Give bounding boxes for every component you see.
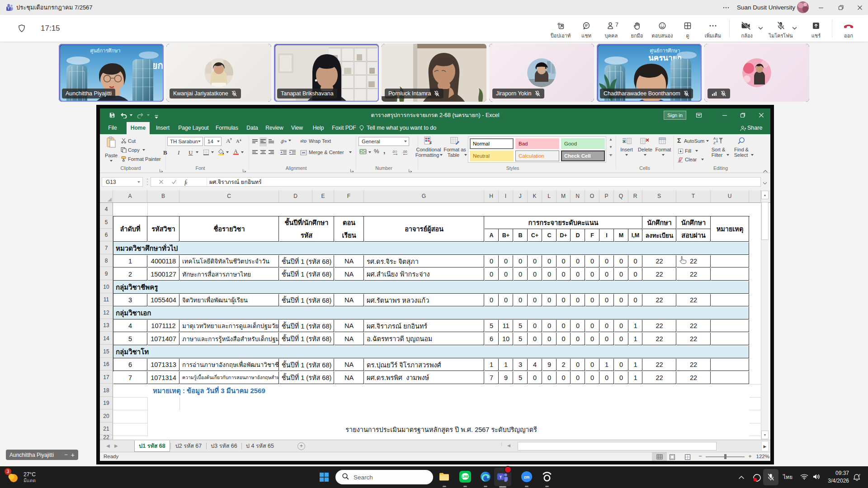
cell-r13-remark[interactable]: [711, 320, 749, 332]
cell-header-code[interactable]: รหัสวิชา: [148, 216, 179, 242]
cell-r9-grade-5[interactable]: 0: [557, 268, 571, 281]
column-header-G[interactable]: G: [364, 190, 484, 202]
new-sheet-icon[interactable]: +: [297, 442, 305, 450]
cell-r17-code[interactable]: 1071314: [148, 371, 179, 384]
cell-r11-grade-0[interactable]: 0: [485, 294, 499, 306]
row-header-7[interactable]: 7: [100, 242, 113, 254]
cell-header-remark[interactable]: หมายเหตุ: [711, 216, 749, 242]
row-header-5[interactable]: 5: [100, 216, 113, 229]
gallery-down-icon[interactable]: ▼: [608, 145, 613, 152]
hscroll-left-icon[interactable]: ◀: [507, 443, 513, 450]
scroll-down-icon[interactable]: ▼: [761, 431, 769, 439]
cell-r13-registered[interactable]: 22: [643, 320, 676, 332]
cell-r13-year[interactable]: ชั้นปีที่ 1 (รหัส 68): [279, 320, 334, 332]
increase-indent-icon[interactable]: [289, 149, 296, 157]
font-color-button[interactable]: A: [232, 148, 240, 157]
tray-clock[interactable]: 09:373/4/2026: [826, 469, 849, 485]
chevron-down-icon[interactable]: [792, 25, 797, 33]
cell-header-grade-F[interactable]: F: [585, 229, 599, 242]
close-button[interactable]: [852, 0, 868, 15]
name-box[interactable]: G13: [102, 177, 143, 187]
participant-tile[interactable]: ศูนย์การศึกษา นครนายก Chadtharawadee Boo…: [597, 44, 702, 102]
cell-r16-grade-5[interactable]: 2: [557, 359, 571, 371]
cell-r13-grade-3[interactable]: 0: [528, 320, 542, 332]
tray-wifi-icon[interactable]: [800, 474, 808, 482]
cell-r16-registered[interactable]: 22: [643, 359, 676, 371]
cell-r14-course[interactable]: ภาษาและการรู้หนังสือสำหรับเด็กปฐม: [180, 333, 279, 345]
cell-r9-grade-7[interactable]: 0: [585, 268, 599, 281]
cell-r8-sec[interactable]: NA: [335, 255, 364, 267]
cell-r11-grade-4[interactable]: 0: [542, 294, 557, 306]
cell-r17-grade-8[interactable]: 0: [600, 371, 614, 384]
column-header-T[interactable]: T: [676, 190, 711, 202]
toolbar-button-leave[interactable]: ออก: [836, 17, 861, 40]
column-header-B[interactable]: B: [147, 190, 179, 202]
cell-r17-year[interactable]: ชั้นปีที่ 1 (รหัส 68): [279, 371, 334, 384]
cell-r16-instructor[interactable]: ดร.ปุณยวีร์ จิโรภาสวรพงศ์: [364, 359, 484, 371]
insert-function-icon[interactable]: fx: [184, 178, 187, 186]
cell-r16-grade-3[interactable]: 4: [528, 359, 542, 371]
cell-r14-grade-6[interactable]: 0: [571, 333, 585, 345]
cell-header-course[interactable]: ชื่อรายวิชา: [180, 216, 279, 242]
cell-r17-grade-9[interactable]: 0: [614, 371, 628, 384]
menu-tab-insert[interactable]: Insert: [151, 122, 175, 134]
cell-r8-grade-10[interactable]: 0: [629, 255, 642, 267]
cell-r14-registered[interactable]: 22: [643, 333, 676, 345]
percent-button[interactable]: %: [374, 148, 379, 155]
cell-r17-course[interactable]: ความรู้เบื้องต้นเกี่ยวกับการสอนภาษาอังกฤ…: [180, 371, 279, 384]
cell-r9-grade-4[interactable]: 0: [542, 268, 557, 281]
cell-r9-registered[interactable]: 22: [643, 268, 676, 281]
account-avatar[interactable]: [797, 1, 809, 13]
cell-r14-year[interactable]: ชั้นปีที่ 1 (รหัส 68): [279, 333, 334, 345]
cell-header-grade-B+[interactable]: B+: [499, 229, 513, 242]
cell-header-no[interactable]: ลำดับที่: [113, 216, 147, 242]
cell-r8-grade-0[interactable]: 0: [485, 255, 499, 267]
hscroll-right-icon[interactable]: ▶: [761, 441, 769, 451]
row-header-15[interactable]: 15: [100, 345, 113, 358]
cell-header-grade-B[interactable]: B: [514, 229, 528, 242]
italic-button[interactable]: I: [178, 148, 182, 155]
taskbar-app-teams[interactable]: T: [494, 468, 511, 486]
excel-restore-button[interactable]: [734, 108, 752, 122]
cell-r16-remark[interactable]: [711, 359, 749, 371]
cell-header-passed1[interactable]: นักศึกษา: [677, 216, 711, 229]
cell-r8-registered[interactable]: 22: [643, 255, 676, 267]
cell-r9-remark[interactable]: [711, 268, 749, 281]
cell-r9-code[interactable]: 1500127: [148, 268, 179, 281]
cell-r9-grade-0[interactable]: 0: [485, 268, 499, 281]
participant-tile[interactable]: Kwanjai Jariyatatkone: [166, 44, 271, 102]
cell-r14-grade-0[interactable]: 6: [485, 333, 499, 345]
align-right-icon[interactable]: [268, 149, 274, 157]
column-header-C[interactable]: C: [179, 190, 279, 202]
cell-section-row-7[interactable]: หมวดวิชาศึกษาทั่วไป: [113, 242, 749, 255]
taskbar-app-line[interactable]: LINE: [459, 471, 471, 483]
cell-r17-registered[interactable]: 22: [643, 371, 676, 384]
cell-r13-code[interactable]: 1071112: [148, 320, 179, 332]
column-header-L[interactable]: L: [542, 190, 557, 202]
cell-r13-no[interactable]: 4: [113, 320, 147, 332]
cell-header-grade-M[interactable]: M: [614, 229, 628, 242]
row-header-14[interactable]: 14: [100, 332, 113, 345]
row-header-19[interactable]: 19: [100, 397, 113, 409]
cell-header-grade-C[interactable]: C: [542, 229, 557, 242]
cell-header-grade-D+[interactable]: D+: [557, 229, 571, 242]
cell-r13-grade-4[interactable]: 0: [542, 320, 557, 332]
cell-header-passed2[interactable]: สอบผ่าน: [677, 229, 711, 242]
tray-chevron-icon[interactable]: [738, 474, 745, 482]
toolbar-button-more[interactable]: เพิ่มเติม: [700, 17, 726, 40]
column-header-E[interactable]: E: [312, 190, 334, 202]
vertical-scrollbar[interactable]: ▲▼: [761, 190, 769, 440]
maximize-button[interactable]: [832, 0, 850, 15]
cell-r17-grade-7[interactable]: 0: [585, 371, 599, 384]
orientation-icon[interactable]: ab: [280, 137, 287, 145]
clear-icon[interactable]: [677, 156, 684, 164]
sheet-tab-2[interactable]: ป2 รหัส 67: [171, 441, 206, 452]
view-normal-icon[interactable]: [652, 452, 667, 461]
cell-r14-code[interactable]: 1071407: [148, 333, 179, 345]
align-middle-icon[interactable]: [259, 137, 267, 146]
cell-r9-instructor[interactable]: ผศ.สำเนียง ฟ้ากระจ่าง: [364, 268, 484, 281]
sort-filter-icon[interactable]: AZ: [713, 136, 723, 147]
column-header-J[interactable]: J: [513, 190, 528, 202]
participant-tile[interactable]: Jiraporn Yokin: [489, 44, 594, 102]
cell-r11-grade-5[interactable]: 0: [557, 294, 571, 306]
